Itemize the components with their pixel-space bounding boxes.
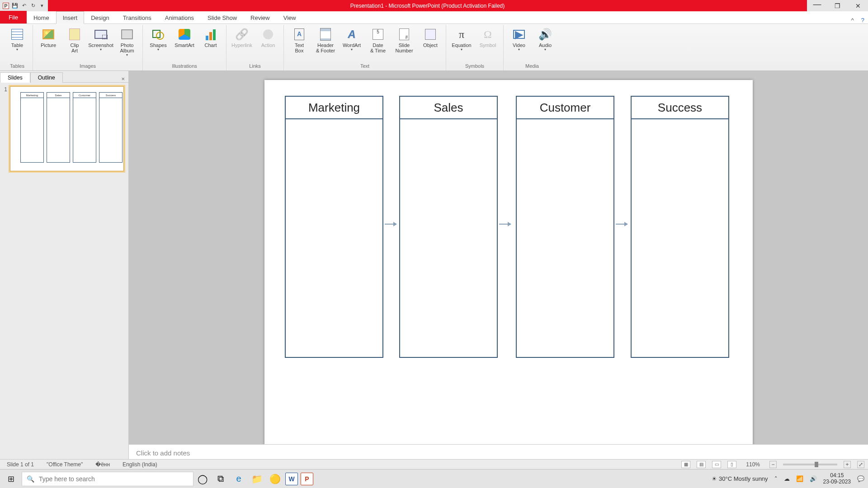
tab-home[interactable]: Home [27, 11, 56, 23]
tab-insert[interactable]: Insert [56, 11, 85, 24]
status-spellcheck-icon[interactable]: �ённ [92, 461, 113, 468]
clipart-button[interactable]: Clip Art [62, 25, 87, 59]
help-icon[interactable]: ? [858, 17, 868, 23]
video-button[interactable]: ▶ Video [506, 25, 532, 59]
zoom-out-button[interactable]: − [769, 461, 777, 468]
fit-to-window-button[interactable]: ⤢ [857, 461, 864, 468]
clock-time: 04:15 [823, 473, 851, 479]
slide-editor[interactable]: Marketing Sales Customer Success [129, 71, 868, 444]
arrow-icon [385, 224, 396, 225]
status-bar: Slide 1 of 1 "Office Theme" �ённ English… [0, 459, 868, 469]
taskbar-cortana-icon[interactable]: ◯ [195, 471, 210, 487]
taskbar-chrome-icon[interactable]: 🟡 [267, 471, 283, 487]
equation-button[interactable]: π Equation [449, 25, 474, 59]
redo-icon[interactable]: ↻ [30, 3, 36, 9]
shapes-button[interactable]: Shapes [146, 25, 171, 59]
datetime-button[interactable]: 5 Date & Time [365, 25, 391, 59]
work-area: Slides Outline × 1 Marketing Sales Custo… [0, 71, 868, 469]
view-slideshow-button[interactable]: ▯ [727, 461, 736, 468]
slide-panel-tab-outline[interactable]: Outline [30, 72, 63, 83]
taskbar-word-icon[interactable]: W [285, 473, 298, 485]
smartart-label: SmartArt [175, 42, 194, 48]
ribbon-tab-strip: File Home Insert Design Transitions Anim… [0, 11, 868, 24]
zoom-slider[interactable] [783, 464, 837, 465]
tray-network-icon[interactable]: 📶 [796, 475, 803, 482]
weather-widget[interactable]: ☀ 30°C Mostly sunny [712, 475, 768, 482]
audio-icon: 🔊 [538, 27, 552, 42]
column-header: Marketing [286, 97, 382, 119]
start-button[interactable]: ⊞ [0, 469, 22, 488]
taskbar-taskview-icon[interactable]: ⧉ [213, 471, 228, 487]
video-icon: ▶ [513, 30, 525, 39]
audio-button[interactable]: 🔊 Audio [533, 25, 558, 59]
column-marketing[interactable]: Marketing [285, 96, 383, 358]
audio-label: Audio [539, 42, 552, 48]
undo-icon[interactable]: ↶ [21, 3, 27, 9]
window-controls: — ❐ ✕ [807, 0, 868, 11]
picture-label: Picture [41, 42, 56, 48]
thumbnail-number: 1 [3, 86, 7, 171]
slide-panel-tabs: Slides Outline × [0, 71, 128, 83]
column-customer[interactable]: Customer [516, 96, 614, 358]
object-button[interactable]: Object [418, 25, 443, 59]
tray-volume-icon[interactable]: 🔊 [810, 475, 817, 482]
tray-chevron-icon[interactable]: ˄ [774, 475, 778, 482]
taskbar-clock[interactable]: 04:15 23-09-2023 [823, 473, 851, 484]
view-reading-button[interactable]: ▭ [712, 461, 721, 468]
tab-design[interactable]: Design [84, 11, 116, 23]
ribbon-minimize-icon[interactable]: ^ [848, 17, 858, 23]
status-language[interactable]: English (India) [119, 461, 160, 468]
close-button[interactable]: ✕ [848, 0, 868, 11]
taskbar-edge-icon[interactable]: e [231, 471, 246, 487]
qat-customize-icon[interactable]: ▾ [39, 3, 45, 9]
thumbnail-preview[interactable]: Marketing Sales Customer Success [10, 86, 124, 171]
picture-icon [42, 29, 54, 39]
table-icon [11, 29, 23, 40]
thumbnail-item[interactable]: 1 Marketing Sales Customer Success [3, 86, 126, 171]
weather-text: 30°C Mostly sunny [719, 475, 768, 482]
tab-animations[interactable]: Animations [158, 11, 201, 23]
minimize-button[interactable]: — [807, 0, 827, 10]
arrow-icon [499, 224, 511, 225]
tab-view[interactable]: View [277, 11, 303, 23]
tab-file[interactable]: File [0, 11, 27, 23]
shapes-label: Shapes [150, 42, 166, 48]
table-button[interactable]: Table [5, 25, 30, 59]
column-success[interactable]: Success [631, 96, 729, 358]
group-images: Picture Clip Art Screenshot Photo Album … [33, 25, 143, 70]
group-links-label: Links [249, 62, 261, 70]
slidenumber-button[interactable]: Slide Number [392, 25, 417, 59]
table-label: Table [11, 42, 23, 48]
save-icon[interactable]: 💾 [12, 3, 18, 9]
view-normal-button[interactable]: ▦ [681, 461, 690, 468]
thumb-col-label: Marketing [21, 93, 43, 98]
tab-review[interactable]: Review [244, 11, 277, 23]
datetime-label: Date & Time [370, 42, 386, 53]
group-illustrations: Shapes SmartArt Chart Illustrations [143, 25, 226, 70]
tab-slideshow[interactable]: Slide Show [201, 11, 244, 23]
zoom-in-button[interactable]: + [844, 461, 851, 468]
column-sales[interactable]: Sales [399, 96, 498, 358]
header-footer-button[interactable]: Header & Footer [313, 25, 338, 59]
textbox-button[interactable]: A Text Box [287, 25, 312, 59]
chart-button[interactable]: Chart [198, 25, 223, 59]
smartart-button[interactable]: SmartArt [172, 25, 197, 59]
tray-notifications-icon[interactable]: 💬 [857, 475, 864, 482]
group-text: A Text Box Header & Footer A WordArt 5 D… [284, 25, 446, 70]
tab-transitions[interactable]: Transitions [116, 11, 158, 23]
taskbar-search[interactable]: 🔍 Type here to search [22, 472, 193, 486]
tray-onedrive-icon[interactable]: ☁ [784, 475, 790, 482]
maximize-button[interactable]: ❐ [827, 0, 848, 11]
group-images-label: Images [80, 62, 96, 70]
taskbar-powerpoint-icon[interactable]: P [301, 473, 313, 485]
zoom-level: 110% [743, 461, 763, 468]
photo-album-button[interactable]: Photo Album [114, 25, 140, 59]
picture-button[interactable]: Picture [36, 25, 61, 59]
slide-panel-tab-slides[interactable]: Slides [0, 72, 30, 83]
slide-panel-close-icon[interactable]: × [118, 75, 128, 82]
screenshot-button[interactable]: Screenshot [88, 25, 113, 59]
taskbar-explorer-icon[interactable]: 📁 [249, 471, 264, 487]
wordart-button[interactable]: A WordArt [339, 25, 364, 59]
view-sorter-button[interactable]: ▤ [697, 461, 706, 468]
slide-canvas[interactable]: Marketing Sales Customer Success [264, 80, 753, 444]
